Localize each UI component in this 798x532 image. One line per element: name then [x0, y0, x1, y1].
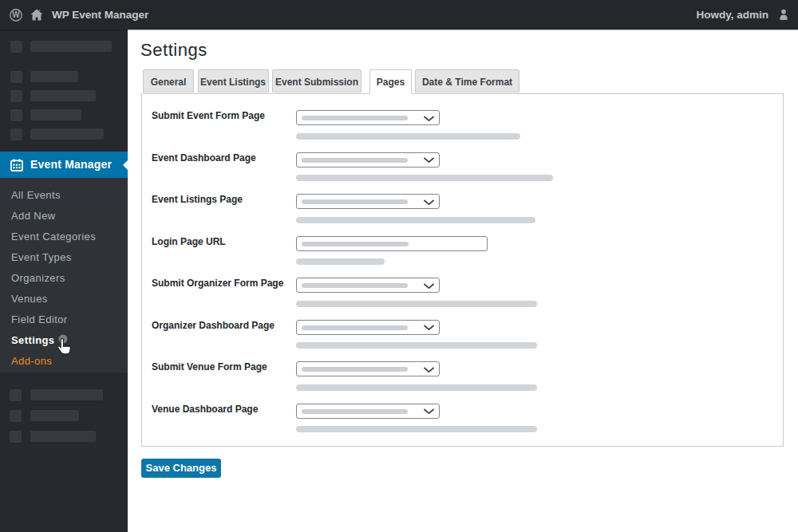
svg-text:W: W: [12, 10, 20, 19]
